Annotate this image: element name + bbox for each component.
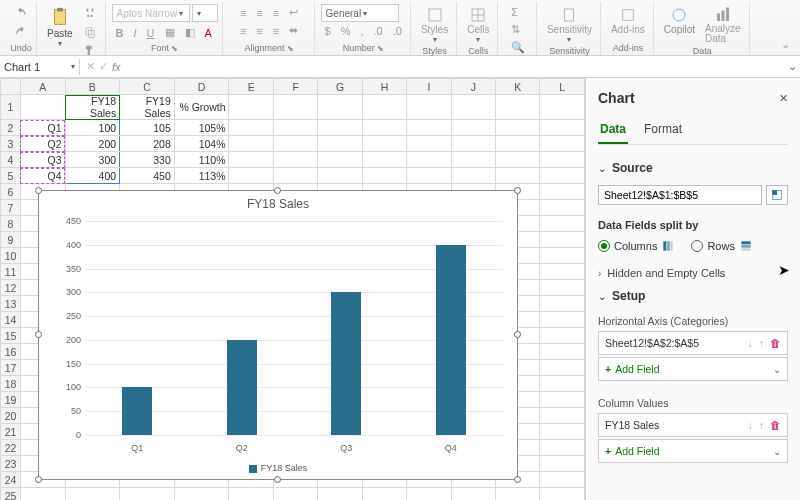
move-down-icon[interactable]: ↓ <box>748 419 753 431</box>
align-center-button[interactable]: ≡ <box>252 23 266 39</box>
delete-field-icon[interactable]: 🗑 <box>770 337 781 349</box>
resize-handle[interactable] <box>35 187 42 194</box>
align-left-button[interactable]: ≡ <box>236 23 250 39</box>
column-value-field[interactable]: FY18 Sales ↓↑🗑 <box>598 413 788 437</box>
border-button[interactable]: ▦ <box>161 24 179 41</box>
resize-handle[interactable] <box>514 331 521 338</box>
tab-format[interactable]: Format <box>642 116 684 144</box>
bold-button[interactable]: B <box>112 25 128 41</box>
copy-button[interactable] <box>79 23 101 41</box>
move-up-icon[interactable]: ↑ <box>759 419 764 431</box>
chart-bar[interactable] <box>436 245 466 435</box>
source-range-input[interactable] <box>598 185 762 205</box>
undo-button[interactable] <box>10 4 32 22</box>
radio-rows[interactable]: Rows <box>691 239 753 253</box>
resize-handle[interactable] <box>35 331 42 338</box>
analyze-label-2: Data <box>705 33 726 44</box>
chart-legend[interactable]: FY18 Sales <box>39 463 517 473</box>
styles-button[interactable]: Styles▾ <box>417 4 452 46</box>
source-section-toggle[interactable]: ⌄Source <box>598 161 788 175</box>
close-pane-button[interactable]: ✕ <box>779 92 788 105</box>
fx-icon[interactable]: fx <box>112 61 121 73</box>
fill-color-button[interactable]: ◧ <box>181 24 199 41</box>
addins-button[interactable]: Add-ins <box>607 4 649 37</box>
select-range-button[interactable] <box>766 185 788 205</box>
decrease-decimal-button[interactable]: .0 <box>389 23 406 39</box>
rows-icon <box>739 239 753 253</box>
font-launcher[interactable]: ⬊ <box>171 44 178 53</box>
wrap-text-button[interactable]: ↩ <box>285 4 302 21</box>
tab-data[interactable]: Data <box>598 116 628 144</box>
worksheet-grid[interactable]: ABCDEFGHIJKL1FY18 SalesFY19 Sales% Growt… <box>0 78 585 500</box>
accept-formula-icon[interactable]: ✓ <box>99 60 108 73</box>
resize-handle[interactable] <box>274 476 281 483</box>
font-color-button[interactable]: A <box>201 25 216 41</box>
haxis-field[interactable]: Sheet12!$A$2:$A$5 ↓↑🗑 <box>598 331 788 355</box>
font-name-combo[interactable]: Aptos Narrow ▾ <box>112 4 190 22</box>
ribbon-group-styles: Styles▾ Styles <box>413 2 457 55</box>
chart-bar[interactable] <box>122 387 152 435</box>
x-tick-label: Q4 <box>445 443 457 453</box>
chart-pane: Chart ✕ Data Format ⌄Source Data Fields … <box>585 78 800 500</box>
sensitivity-button[interactable]: Sensitivity▾ <box>543 4 596 46</box>
resize-handle[interactable] <box>274 187 281 194</box>
comma-button[interactable]: , <box>356 23 367 39</box>
italic-button[interactable]: I <box>130 25 141 41</box>
currency-button[interactable]: $ <box>321 23 335 39</box>
chart-bar[interactable] <box>227 340 257 435</box>
group-label-cells: Cells <box>468 46 488 56</box>
chevron-right-icon: › <box>598 268 601 279</box>
source-head-label: Source <box>612 161 653 175</box>
chart-object[interactable]: FY18 Sales 050100150200250300350400450Q1… <box>38 190 518 480</box>
expand-formula-bar[interactable]: ⌄ <box>784 60 800 73</box>
svg-rect-16 <box>664 241 667 250</box>
analyze-data-button[interactable]: AnalyzeData <box>701 4 745 46</box>
setup-head-label: Setup <box>612 289 645 303</box>
autosum-button[interactable]: Σ <box>507 4 522 20</box>
collapse-ribbon-button[interactable]: ⌄ <box>777 36 794 53</box>
group-label-undo: Undo <box>10 43 32 53</box>
add-haxis-field-button[interactable]: +Add Field⌄ <box>598 357 788 381</box>
svg-rect-0 <box>54 10 65 25</box>
underline-button[interactable]: U <box>143 25 159 41</box>
increase-decimal-button[interactable]: .0 <box>370 23 387 39</box>
name-box[interactable]: Chart 1▾ <box>0 59 80 75</box>
name-box-value: Chart 1 <box>4 61 40 73</box>
chart-bar[interactable] <box>331 292 361 435</box>
add-column-value-button[interactable]: +Add Field⌄ <box>598 439 788 463</box>
align-right-button[interactable]: ≡ <box>269 23 283 39</box>
alignment-launcher[interactable]: ⬊ <box>287 44 294 53</box>
add-field-label-2: Add Field <box>615 445 659 457</box>
merge-button[interactable]: ⬌ <box>285 22 302 39</box>
svg-rect-18 <box>671 241 673 250</box>
resize-handle[interactable] <box>514 476 521 483</box>
svg-rect-12 <box>721 11 724 22</box>
number-format-combo[interactable]: General ▾ <box>321 4 399 22</box>
chart-title[interactable]: FY18 Sales <box>39 191 517 213</box>
resize-handle[interactable] <box>35 476 42 483</box>
align-bottom-button[interactable]: ≡ <box>269 5 283 21</box>
paste-button[interactable]: Paste ▾ <box>43 4 77 50</box>
move-up-icon[interactable]: ↑ <box>759 337 764 349</box>
find-button[interactable]: 🔍 <box>507 39 529 56</box>
align-top-button[interactable]: ≡ <box>236 5 250 21</box>
radio-columns[interactable]: Columns <box>598 239 675 253</box>
font-size-combo[interactable]: ▾ <box>192 4 218 22</box>
hidden-empty-cells-link[interactable]: ›Hidden and Empty Cells <box>598 263 788 283</box>
delete-field-icon[interactable]: 🗑 <box>770 419 781 431</box>
group-label-font: Font <box>151 43 169 53</box>
cells-button[interactable]: Cells▾ <box>463 4 493 46</box>
percent-button[interactable]: % <box>337 23 355 39</box>
cancel-formula-icon[interactable]: ✕ <box>86 60 95 73</box>
redo-button[interactable] <box>10 23 32 41</box>
number-launcher[interactable]: ⬊ <box>377 44 384 53</box>
move-down-icon[interactable]: ↓ <box>748 337 753 349</box>
svg-rect-21 <box>741 248 750 250</box>
setup-section-toggle[interactable]: ⌄Setup <box>598 289 788 303</box>
copilot-button[interactable]: Copilot <box>660 4 699 37</box>
chart-plot-area[interactable]: 050100150200250300350400450Q1Q2Q3Q4 <box>85 221 503 435</box>
cut-button[interactable] <box>79 4 101 22</box>
align-middle-button[interactable]: ≡ <box>252 5 266 21</box>
resize-handle[interactable] <box>514 187 521 194</box>
sort-button[interactable]: ⇅ <box>507 21 524 38</box>
